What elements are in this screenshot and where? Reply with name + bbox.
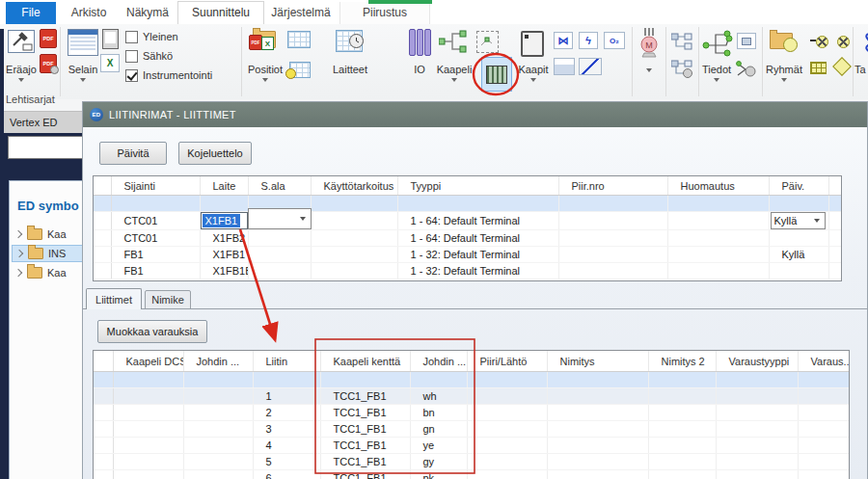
- cell-kaapeli-kentta[interactable]: TCC1_FB1: [320, 470, 410, 479]
- group-diamond-icon[interactable]: [832, 57, 852, 76]
- cell-sijainti[interactable]: CTC01: [111, 230, 200, 247]
- cell-johdin[interactable]: bn: [410, 405, 467, 421]
- cell-sijainti[interactable]: FB1: [111, 247, 200, 263]
- cell-tyyppi[interactable]: 1 - 32: Default Terminal: [397, 263, 558, 279]
- checkbox-instrumentointi[interactable]: [125, 69, 138, 82]
- cell-kayttotarkoitus[interactable]: [311, 212, 397, 230]
- table-row[interactable]: FB1 X1FB1 1 - 32: Default Terminal Kyllä: [94, 247, 842, 263]
- hierarchy-settings-icon[interactable]: [671, 60, 692, 79]
- tree-item-kaa-2[interactable]: Kaa: [12, 264, 83, 281]
- o2-icon[interactable]: O₂: [604, 32, 625, 49]
- col-huomautus[interactable]: Huomautus: [667, 176, 769, 196]
- liitinrimat-button[interactable]: [481, 57, 512, 92]
- tab-jarjestelma[interactable]: Järjestelmä: [262, 2, 339, 24]
- col-johdin-kentta[interactable]: Johdin ...: [410, 351, 467, 372]
- col-piiri-lahto[interactable]: Piiri/Lähtö: [467, 351, 547, 372]
- kaapeli-icon[interactable]: [439, 30, 468, 53]
- col-johdin-dcs[interactable]: Johdin ...: [183, 351, 253, 372]
- motor-dropdown[interactable]: [637, 66, 662, 72]
- col-nimitys[interactable]: Nimitys: [547, 351, 648, 372]
- cell-liitin[interactable]: 2: [253, 405, 320, 421]
- table-icon[interactable]: [287, 31, 311, 48]
- col-kaapeli-kentta[interactable]: Kaapeli kenttä: [320, 351, 410, 372]
- col-laite[interactable]: Laite: [200, 176, 248, 196]
- cell-johdin[interactable]: gy: [410, 454, 467, 470]
- cell-liitin[interactable]: 1: [253, 388, 320, 405]
- valve-icon[interactable]: ⋈: [554, 32, 573, 49]
- hierarchy-icon[interactable]: [671, 33, 692, 52]
- table-row[interactable]: 4 TCC1_FB1 ye: [94, 438, 850, 454]
- checkbox-yleinen[interactable]: [125, 31, 138, 43]
- ryhmat-button[interactable]: Ryhmät: [762, 64, 806, 82]
- positiot-icon[interactable]: PDF X: [249, 29, 278, 54]
- cell-liitin[interactable]: 6: [253, 470, 320, 479]
- sala-combobox-open[interactable]: [248, 208, 312, 229]
- cell-piirnro[interactable]: [558, 212, 667, 230]
- dialog-title-bar[interactable]: ED LIITINRIMAT - LIITTIMET: [83, 102, 867, 127]
- col-nimitys2[interactable]: Nimitys 2: [648, 351, 716, 372]
- tab-piirustus[interactable]: Piirustus: [339, 2, 430, 24]
- col-paiv[interactable]: Päiv.: [769, 176, 828, 196]
- positiot-button[interactable]: Positiot: [243, 64, 287, 82]
- tab-nimike[interactable]: Nimike: [145, 290, 191, 309]
- motor-button-icon[interactable]: M: [637, 28, 662, 59]
- col-varaustyyppi[interactable]: Varaustyyppi: [716, 351, 798, 372]
- kojeluettelo-button[interactable]: Kojeluettelo: [178, 142, 252, 165]
- expand-chevron-icon[interactable]: [14, 230, 22, 238]
- table-row[interactable]: FB1 X1FB1B 1 - 32: Default Terminal: [94, 263, 842, 279]
- cell-kaapeli-kentta[interactable]: TCC1_FB1: [320, 454, 410, 470]
- cell-laite[interactable]: X1FB1: [200, 247, 248, 263]
- col-sala[interactable]: S.ala: [248, 176, 311, 196]
- laitteet-button[interactable]: Laitteet: [328, 64, 372, 75]
- cell-tyyppi[interactable]: 1 - 64: Default Terminal: [397, 230, 558, 247]
- table-row[interactable]: 5 TCC1_FB1 gy: [94, 454, 850, 470]
- cell-kaapeli-kentta[interactable]: TCC1_FB1: [320, 405, 410, 421]
- cell-sijainti[interactable]: FB1: [111, 263, 200, 279]
- cell-sijainti[interactable]: CTC01: [111, 212, 200, 230]
- tab-nakyma[interactable]: Näkymä: [118, 2, 177, 24]
- tab-liittimet[interactable]: Liittimet: [86, 288, 142, 309]
- col-piirnro[interactable]: Piir.nro: [558, 176, 667, 196]
- cell-tyyppi[interactable]: 1 - 64: Default Terminal: [397, 212, 558, 230]
- table-row[interactable]: CTC01 X1FB1 1 - 64: Default Terminal Kyl…: [94, 212, 842, 230]
- cell-kaapeli-kentta[interactable]: TCC1_FB1: [320, 438, 410, 454]
- kaapit-button[interactable]: Kaapit: [513, 64, 554, 82]
- pdf-export-icon[interactable]: PDF: [40, 29, 57, 48]
- kaapeli-button[interactable]: Kaapeli: [432, 64, 476, 82]
- table-row[interactable]: 3 TCC1_FB1 gn: [94, 421, 850, 438]
- cell-laite-selected[interactable]: X1FB1: [200, 212, 248, 230]
- table-row-empty[interactable]: [94, 372, 850, 388]
- clipboard-icon[interactable]: [102, 29, 119, 49]
- col-liitin[interactable]: Liitin: [253, 351, 320, 372]
- paivita-button[interactable]: Päivitä: [99, 142, 167, 165]
- cell-laite[interactable]: X1FB1B: [200, 263, 248, 279]
- eraajo-button[interactable]: Eräajo: [0, 64, 42, 82]
- cell-kaapeli-kentta[interactable]: TCC1_FB1: [320, 388, 410, 405]
- selain-button[interactable]: Selain: [62, 64, 104, 82]
- layers-icon[interactable]: [554, 58, 575, 75]
- col-kayttotarkoitus[interactable]: Käyttötarkoitus: [311, 176, 397, 196]
- cell-paiv[interactable]: Kyllä: [769, 212, 828, 230]
- cell-laite[interactable]: X1FB2: [200, 230, 248, 247]
- cell-johdin[interactable]: wh: [410, 388, 467, 405]
- ta-button-partial[interactable]: Ta: [854, 64, 868, 75]
- col-varaus[interactable]: Varaus...: [798, 351, 850, 372]
- excel-export-icon[interactable]: MX: [100, 54, 120, 72]
- checkbox-sahko[interactable]: [125, 50, 138, 63]
- col-tyyppi[interactable]: Tyyppi: [397, 176, 558, 196]
- tree-item-kaa-1[interactable]: Kaa: [12, 226, 83, 243]
- add-group-icon[interactable]: [816, 36, 828, 48]
- expand-chevron-icon[interactable]: [14, 269, 22, 277]
- cell-johdin[interactable]: pk: [410, 470, 467, 479]
- io-button[interactable]: IO: [405, 64, 434, 75]
- tiedot-button[interactable]: Tiedot: [696, 64, 737, 82]
- cell-kaapeli-kentta[interactable]: TCC1_FB1: [320, 421, 410, 438]
- tree-item-ins[interactable]: INS: [12, 245, 83, 262]
- table-row-empty[interactable]: [94, 196, 842, 212]
- table-row[interactable]: 1 TCC1_FB1 wh: [94, 388, 850, 405]
- group-grid-icon[interactable]: [810, 62, 827, 74]
- selection-tool-icon[interactable]: [476, 31, 499, 53]
- group-x-icon[interactable]: [837, 36, 850, 48]
- cell-johdin[interactable]: gn: [410, 421, 467, 438]
- window-link-icon[interactable]: [737, 33, 756, 49]
